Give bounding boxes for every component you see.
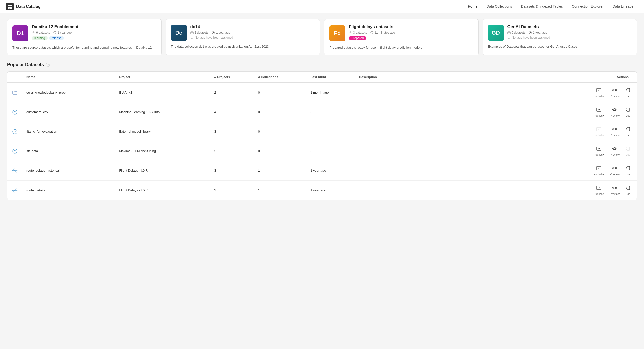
use-button[interactable]: Use xyxy=(623,106,633,118)
svg-point-22 xyxy=(614,109,616,111)
dataset-name: titanic_for_evaluation xyxy=(26,130,57,133)
preview-icon xyxy=(612,185,617,192)
row-name-cell: route_details xyxy=(22,181,115,200)
publish-label: Publish ▾ xyxy=(594,134,604,137)
collection-card-gd[interactable]: GD GenAI Datasets 0 datasets 1 year ago … xyxy=(483,19,637,55)
dataset-name: route_details xyxy=(26,188,45,192)
publish-button[interactable]: Publish ▾ xyxy=(592,184,606,196)
table-row: route_delays_historical Flight Delays - … xyxy=(7,161,637,181)
row-projects-count-cell: 2 xyxy=(210,141,254,161)
preview-icon xyxy=(612,165,617,172)
col-header-actions: Actions xyxy=(544,72,637,83)
collection-card-dc[interactable]: Dc dc14 2 datasets 1 year ago No tags ha… xyxy=(166,19,320,55)
publish-label: Publish ▾ xyxy=(594,173,604,176)
popular-datasets-help-icon[interactable]: ? xyxy=(46,63,50,67)
svg-point-49 xyxy=(15,192,15,193)
publish-button[interactable]: Publish ▾ xyxy=(592,106,606,118)
publish-icon xyxy=(596,107,602,114)
card-info-dc: dc14 2 datasets 1 year ago No tags have … xyxy=(190,24,315,41)
svg-point-38 xyxy=(12,170,13,171)
row-project-cell: Machine Learning 102 (Tuto... xyxy=(115,102,210,122)
row-description-cell xyxy=(355,102,544,122)
publish-button[interactable]: Publish ▾ xyxy=(592,164,606,177)
publish-button[interactable]: Publish ▾ xyxy=(592,86,606,99)
collection-card-d1[interactable]: D1 Dataiku 12 Enablement 6 datasets 1 ye… xyxy=(7,19,162,55)
col-header---collections: # Collections xyxy=(254,72,306,83)
use-button: Use xyxy=(623,145,633,157)
row-project-cell: EU AI KB xyxy=(115,83,210,102)
row-project-cell: Flight Delays - UXR xyxy=(115,161,210,181)
preview-label: Preview xyxy=(610,153,620,156)
row-projects-count-cell: 3 xyxy=(210,161,254,181)
preview-button[interactable]: Preview xyxy=(608,145,622,157)
use-icon xyxy=(625,107,631,114)
card-tags: No tags have been assigned xyxy=(190,36,315,39)
dataset-icon-folder xyxy=(11,89,18,96)
row-last-build-cell: 1 month ago xyxy=(306,83,355,102)
svg-point-42 xyxy=(614,167,616,169)
card-info-gd: GenAI Datasets 0 datasets 1 year ago No … xyxy=(507,24,632,41)
collection-card-fd[interactable]: Fd Flight delays datasets 3 datasets 11 … xyxy=(324,19,479,55)
preview-button[interactable]: Preview xyxy=(608,125,622,138)
card-tags: No tags have been assigned xyxy=(507,36,632,39)
card-datasets-count: 3 datasets xyxy=(349,31,367,34)
publish-chevron: ▾ xyxy=(603,173,604,176)
card-name: Dataiku 12 Enablement xyxy=(32,24,156,29)
card-time: 11 minutes ago xyxy=(370,31,395,34)
nav-item-connection-explorer[interactable]: Connection Explorer xyxy=(567,0,608,13)
table-body: eu-ai-knowledgebank_prep... EU AI KB 2 0… xyxy=(7,83,637,200)
row-last-build-cell: - xyxy=(306,141,355,161)
use-button[interactable]: Use xyxy=(623,184,633,196)
row-icon-cell xyxy=(7,161,22,181)
use-button[interactable]: Use xyxy=(623,164,633,177)
nav-item-data-lineage[interactable]: Data Lineage xyxy=(608,0,638,13)
nav-item-data-collections[interactable]: Data Collections xyxy=(482,0,517,13)
use-icon xyxy=(625,165,631,172)
col-header-project: Project xyxy=(115,72,210,83)
publish-label: Publish ▾ xyxy=(594,95,604,98)
preview-button[interactable]: Preview xyxy=(608,106,622,118)
table-row: customers_csv Machine Learning 102 (Tuto… xyxy=(7,102,637,122)
col-header-description: Description xyxy=(355,72,544,83)
use-button[interactable]: Use xyxy=(623,125,633,138)
nav-item-home[interactable]: Home xyxy=(463,0,482,13)
main-content: D1 Dataiku 12 Enablement 6 datasets 1 ye… xyxy=(0,13,644,206)
use-button[interactable]: Use xyxy=(623,86,633,99)
row-projects-count-cell: 3 xyxy=(210,122,254,141)
preview-icon xyxy=(612,87,617,94)
actions-group: Publish ▾ Preview Use xyxy=(548,164,633,177)
preview-button[interactable]: Preview xyxy=(608,86,622,99)
dataset-icon-snowflake xyxy=(11,167,18,174)
card-header: D1 Dataiku 12 Enablement 6 datasets 1 ye… xyxy=(12,24,156,42)
publish-button[interactable]: Publish ▾ xyxy=(592,145,606,157)
row-collections-count-cell: 1 xyxy=(254,161,306,181)
row-actions-cell: Publish ▾ Preview Use xyxy=(544,83,637,102)
nav-item-datasets-indexed[interactable]: Datasets & Indexed Tables xyxy=(517,0,567,13)
preview-icon xyxy=(612,107,617,114)
actions-group: Publish ▾ Preview Use xyxy=(548,125,633,138)
row-icon-cell xyxy=(7,141,22,161)
dataset-name: customers_csv xyxy=(26,110,48,114)
row-projects-count-cell: 2 xyxy=(210,83,254,102)
row-projects-count-cell: 3 xyxy=(210,181,254,200)
dataset-name: route_delays_historical xyxy=(26,169,60,172)
use-label: Use xyxy=(625,153,630,156)
card-header: Fd Flight delays datasets 3 datasets 11 … xyxy=(329,24,473,42)
row-icon-cell xyxy=(7,102,22,122)
preview-label: Preview xyxy=(610,134,620,137)
card-description: These are source datasets which are usef… xyxy=(12,45,156,50)
row-collections-count-cell: 0 xyxy=(254,122,306,141)
card-tags: learningrelease xyxy=(32,36,156,40)
svg-point-37 xyxy=(15,172,15,173)
preview-button[interactable]: Preview xyxy=(608,184,622,196)
preview-button[interactable]: Preview xyxy=(608,164,622,177)
svg-point-51 xyxy=(17,190,17,190)
preview-icon xyxy=(612,126,617,133)
table-row: eu-ai-knowledgebank_prep... EU AI KB 2 0… xyxy=(7,83,637,102)
tag-learning: learning xyxy=(32,36,48,40)
collections-row: D1 Dataiku 12 Enablement 6 datasets 1 ye… xyxy=(7,19,637,55)
svg-point-26 xyxy=(614,128,616,130)
row-actions-cell: Publish ▾ Preview Use xyxy=(544,102,637,122)
card-name: GenAI Datasets xyxy=(507,24,632,29)
row-project-cell: Flight Delays - UXR xyxy=(115,181,210,200)
